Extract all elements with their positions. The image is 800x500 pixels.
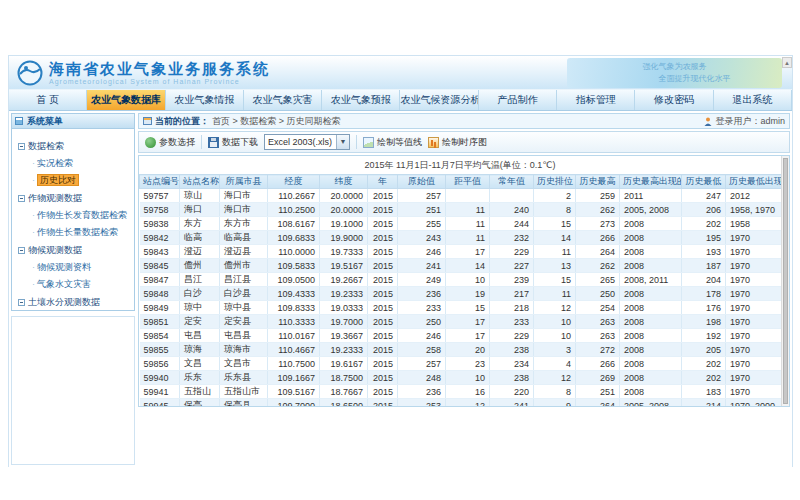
table-cell: 儋州	[180, 259, 220, 273]
table-cell: 临高县	[220, 231, 268, 245]
format-select-value: Excel 2003(.xls)	[268, 137, 332, 147]
content-area: 系统菜单 数据检索·实况检索·历史比对作物观测数据·作物生长发育数据检索·作物生…	[9, 111, 792, 467]
table-cell: 255	[398, 217, 446, 231]
tree-item[interactable]: ·作物生长发育数据检索	[32, 209, 132, 222]
nav-item[interactable]: 修改密码	[635, 90, 713, 110]
table-cell: 176	[682, 301, 726, 315]
table-cell: 238	[490, 343, 534, 357]
table-cell: 269	[576, 371, 620, 385]
table-cell: 272	[576, 343, 620, 357]
draw-timeseries-button[interactable]: 绘制时序图	[428, 136, 487, 149]
table-cell: 238	[490, 371, 534, 385]
table-scrollbar-thumb[interactable]	[783, 158, 788, 404]
table-cell: 23	[446, 357, 490, 371]
nav-item[interactable]: 农业气象情报	[166, 90, 244, 110]
table-cell: 2008	[620, 357, 682, 371]
table-cell: 19.2667	[320, 273, 368, 287]
nav-item[interactable]: 首 页	[9, 90, 87, 110]
collapse-icon[interactable]	[18, 195, 25, 202]
table-cell: 59855	[140, 343, 180, 357]
table-cell: 15	[534, 273, 576, 287]
nav-item[interactable]: 指标管理	[557, 90, 635, 110]
table-cell: 定安	[180, 315, 220, 329]
table-row[interactable]: 59757琼山海口市110.266720.0000201525722592011…	[140, 189, 786, 203]
data-table: 站点编号站点名称所属市县经度纬度年原始值距平值常年值历史排位历史最高历史最高出现…	[139, 174, 786, 407]
table-row[interactable]: 59854屯昌屯昌县110.016719.3667201524617229102…	[140, 329, 786, 343]
table-cell: 9	[534, 399, 576, 408]
table-cell: 五指山市	[220, 385, 268, 399]
table-row[interactable]: 59845儋州儋州市109.583319.5167201524114227132…	[140, 259, 786, 273]
table-row[interactable]: 59847昌江昌江县109.050019.2667201524910239152…	[140, 273, 786, 287]
table-row[interactable]: 59842临高临高县109.683319.9000201524311232142…	[140, 231, 786, 245]
tree-item[interactable]: ·实况检索	[32, 157, 132, 170]
table-cell: 109.5833	[268, 259, 320, 273]
nav-item[interactable]: 农业气象预报	[322, 90, 400, 110]
table-row[interactable]: 59758海口海口市110.250020.0000201525111240826…	[140, 203, 786, 217]
table-row[interactable]: 59945保亭保亭县109.700018.6500201525312241926…	[140, 399, 786, 408]
table-cell: 19.1000	[320, 217, 368, 231]
table-cell: 1970	[726, 273, 786, 287]
table-cell: 19.5167	[320, 259, 368, 273]
tree-group[interactable]: 作物观测数据	[18, 192, 132, 205]
nav-item[interactable]: 农业气候资源分析	[400, 90, 478, 110]
table-row[interactable]: 59843澄迈澄迈县110.000019.7333201524617229112…	[140, 245, 786, 259]
table-row[interactable]: 59848白沙白沙县109.433319.2333201523619217112…	[140, 287, 786, 301]
results-panel: 2015年 11月1日-11月7日平均气温(单位：0.1℃) 站点编号站点名称所…	[138, 155, 790, 407]
table-cell: 220	[490, 385, 534, 399]
table-cell: 15	[534, 217, 576, 231]
tree-item[interactable]: ·气象水文灾害	[32, 278, 132, 291]
table-cell: 59843	[140, 245, 180, 259]
table-cell: 257	[398, 357, 446, 371]
table-row[interactable]: 59941五指山五指山市109.516718.76672015236162208…	[140, 385, 786, 399]
nav-item[interactable]: 产品制作	[479, 90, 557, 110]
tree-item[interactable]: ·作物生长量数据检索	[32, 226, 132, 239]
nav-item[interactable]: 退出系统	[714, 90, 792, 110]
collapse-icon[interactable]	[18, 143, 25, 150]
table-cell: 110.2667	[268, 189, 320, 203]
table-row[interactable]: 59940乐东乐东县109.166718.7500201524810238122…	[140, 371, 786, 385]
banner-slogan-line2: 全面提升现代化水平	[607, 73, 782, 85]
tree-group[interactable]: 数据检索	[18, 140, 132, 153]
collapse-icon[interactable]	[18, 247, 25, 254]
table-cell: 246	[398, 329, 446, 343]
table-cell: 16	[446, 385, 490, 399]
table-cell: 琼中	[180, 301, 220, 315]
tree-item[interactable]: ·历史比对	[32, 174, 132, 187]
nav-item[interactable]: 农业气象数据库	[87, 90, 165, 110]
table-cell: 229	[490, 329, 534, 343]
param-select-button[interactable]: 参数选择	[145, 136, 195, 149]
table-row[interactable]: 59855琼海琼海市110.466719.2333201525820238327…	[140, 343, 786, 357]
scrollbar-up-arrow[interactable]: ▲	[782, 57, 792, 68]
format-select[interactable]: Excel 2003(.xls) ▼	[264, 134, 350, 150]
collapse-icon[interactable]	[18, 299, 25, 306]
table-cell: 233	[490, 315, 534, 329]
tree-item[interactable]: ·物候观测资料	[32, 261, 132, 274]
download-button[interactable]: 数据下载	[208, 136, 258, 149]
table-cell: 2008	[620, 287, 682, 301]
sidebar-title: 系统菜单	[27, 115, 63, 128]
column-header: 历史最高	[576, 175, 620, 189]
tree-group[interactable]: 土壤水分观测数据	[18, 296, 132, 309]
table-cell: 250	[398, 315, 446, 329]
table-cell: 59940	[140, 371, 180, 385]
column-header: 历史排位	[534, 175, 576, 189]
table-row[interactable]: 59849琼中琼中县109.833319.0333201523315218122…	[140, 301, 786, 315]
table-cell: 文昌市	[220, 357, 268, 371]
table-row[interactable]: 59838东方东方市108.616719.1000201525511244152…	[140, 217, 786, 231]
draw-contour-button[interactable]: 绘制等值线	[363, 136, 422, 149]
table-cell: 乐东县	[220, 371, 268, 385]
table-row[interactable]: 59851定安定安县110.333319.7000201525017233102…	[140, 315, 786, 329]
table-cell: 265	[576, 273, 620, 287]
table-cell: 59757	[140, 189, 180, 203]
nav-item[interactable]: 农业气象灾害	[244, 90, 322, 110]
table-cell: 59845	[140, 259, 180, 273]
table-cell: 109.7000	[268, 399, 320, 408]
table-row[interactable]: 59856文昌文昌市110.750019.6167201525723234426…	[140, 357, 786, 371]
table-cell: 11	[446, 217, 490, 231]
login-user: 登录用户：admin	[715, 115, 785, 128]
table-cell: 250	[576, 287, 620, 301]
tree-group[interactable]: 物候观测数据	[18, 244, 132, 257]
table-scrollbar[interactable]	[781, 156, 789, 406]
column-header: 站点编号	[140, 175, 180, 189]
column-header: 常年值	[490, 175, 534, 189]
